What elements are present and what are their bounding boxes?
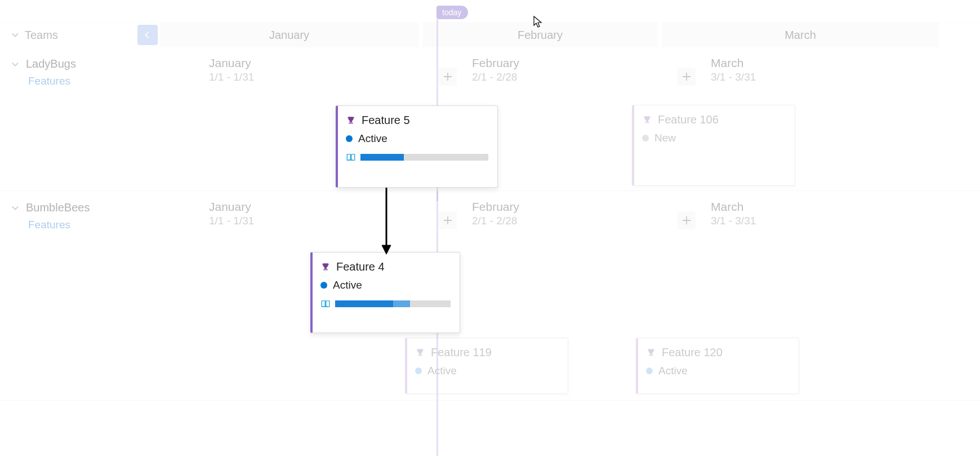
month-name: March [711,200,979,214]
card-progress-row [346,153,488,162]
status-dot-icon [415,368,422,374]
card-status: New [654,132,676,144]
card-status: Active [333,279,362,291]
month-name: February [472,200,702,214]
month-label-block: January 1/1 - 1/31 [201,47,464,83]
plus-icon [443,215,453,225]
header-sidebar-cell[interactable]: Teams [0,23,135,47]
today-tag: today [436,6,468,19]
svg-marker-1 [382,245,391,254]
card-title-row: Feature 106 [642,113,786,126]
header-sidebar-label: Teams [25,29,58,42]
progress-fill-secondary [393,300,411,307]
card-feature5[interactable]: Feature 5 Active [336,105,498,188]
month-label-block: March 3/1 - 3/31 [703,191,979,227]
chevron-down-icon [11,204,19,212]
card-status-row: Active [320,279,451,291]
card-status: Active [358,132,387,145]
card-status-row: Active [346,132,488,145]
features-link[interactable]: Features [28,219,201,231]
card-title: Feature 120 [662,346,723,359]
nav-prev-button[interactable] [137,25,158,45]
timeline-top-strip: today [0,0,980,23]
trophy-icon [346,116,356,126]
cursor-icon [533,16,544,29]
card-feature119[interactable]: Feature 119 Active [405,338,568,394]
month-label-block: January 1/1 - 1/31 [201,191,464,227]
today-label: today [442,8,461,17]
progress-bar [360,154,488,161]
month-range: 3/1 - 3/31 [711,215,979,227]
trophy-icon [642,115,652,125]
today-tick [436,191,438,201]
team-name: LadyBugs [26,57,76,70]
today-indicator-line [436,19,438,456]
team-row-ladybugs[interactable]: LadyBugs [11,57,201,70]
month-label-block: March 3/1 - 3/31 [703,47,979,83]
header-month-label: January [269,29,309,42]
features-link[interactable]: Features [28,75,201,87]
dependency-arrow [381,188,392,254]
month-label-block: February 2/1 - 2/28 [464,47,702,83]
chevron-down-icon [11,31,19,39]
progress-bar [335,300,451,307]
progress-fill [335,300,393,307]
swimlane-sidebar: LadyBugs Features [0,47,201,191]
status-dot-icon [646,368,653,374]
book-icon [346,153,356,162]
card-feature4[interactable]: Feature 4 Active [310,252,460,333]
header-month-label: February [518,29,563,42]
card-feature106[interactable]: Feature 106 New [632,105,795,186]
card-title: Feature 119 [431,346,492,359]
add-item-button[interactable] [439,211,457,229]
status-dot-icon [346,135,353,142]
card-title-row: Feature 120 [646,346,790,359]
header-month-january[interactable]: January [160,23,418,47]
add-item-button[interactable] [439,68,457,86]
header-month-label: March [785,29,816,42]
trophy-icon [320,262,331,272]
team-row-bumblebees[interactable]: BumbleBees [11,201,201,214]
book-icon [320,299,331,308]
card-status-row: New [642,132,786,144]
month-range: 2/1 - 2/28 [472,71,702,83]
trophy-icon [646,348,656,358]
swimlane-body: January 1/1 - 1/31 February 2/1 - 2/28 M… [201,47,980,191]
month-range: 3/1 - 3/31 [711,71,979,83]
chevron-left-icon [144,31,152,39]
header-month-march[interactable]: March [662,23,939,47]
month-range: 1/1 - 1/31 [209,71,464,83]
month-name: January [209,200,464,214]
month-range: 2/1 - 2/28 [472,215,702,227]
card-progress-row [320,299,451,308]
card-status: Active [427,365,457,377]
month-name: March [711,56,979,70]
progress-fill [360,154,404,161]
team-name: BumbleBees [26,201,90,214]
card-feature120[interactable]: Feature 120 Active [636,338,799,394]
chevron-down-icon [11,60,19,68]
trophy-icon [415,348,425,358]
timeline-header: Teams January February March [0,23,980,47]
plus-icon [681,215,692,225]
card-status: Active [658,365,688,377]
month-name: February [472,56,702,70]
status-dot-icon [642,135,649,141]
card-title-row: Feature 5 [346,114,488,127]
add-item-button[interactable] [678,211,696,229]
plus-icon [443,72,453,82]
card-title: Feature 4 [336,260,385,273]
card-title-row: Feature 4 [320,260,451,273]
add-item-button[interactable] [678,68,696,86]
status-dot-icon [320,282,327,289]
swimlane-bumblebees: BumbleBees Features January 1/1 - 1/31 F… [0,191,980,401]
plus-icon [681,72,692,82]
month-range: 1/1 - 1/31 [209,215,464,227]
swimlane-sidebar: BumbleBees Features [0,191,201,400]
card-status-row: Active [646,365,790,377]
card-title: Feature 106 [658,113,719,126]
month-name: January [209,56,464,70]
month-label-block: February 2/1 - 2/28 [464,191,702,227]
card-title: Feature 5 [362,114,410,127]
